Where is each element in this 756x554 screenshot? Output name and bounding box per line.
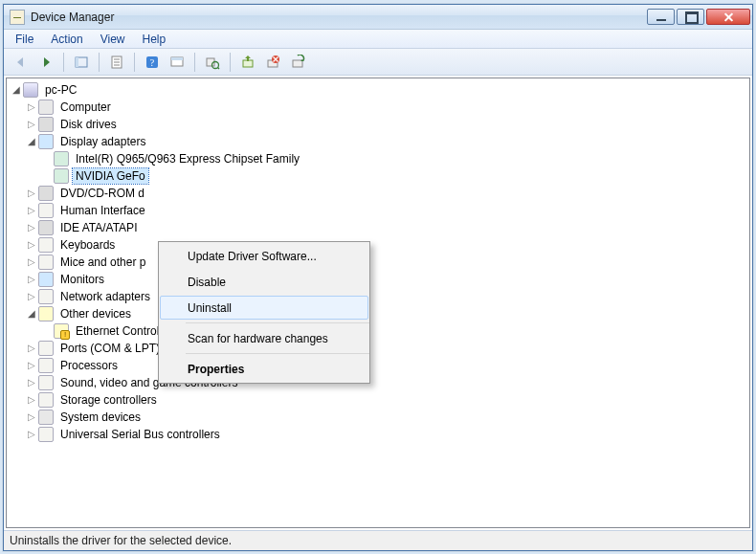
tree-node-ports[interactable]: Ports (COM & LPT) [11,340,749,357]
expand-icon[interactable] [26,292,37,301]
window-controls [647,9,750,25]
toolbar-forward-button[interactable] [34,52,57,73]
maximize-button[interactable] [677,9,704,25]
expand-icon[interactable] [26,275,37,284]
ports-icon [38,341,54,356]
expand-icon[interactable] [26,395,37,405]
expand-icon[interactable] [26,206,37,215]
tree-node-ide[interactable]: IDE ATA/ATAPI [11,219,749,236]
expand-icon[interactable] [26,361,37,370]
tree-node-label: Network adapters [57,289,153,304]
tree-node-display-adapters[interactable]: Display adapters [11,133,749,150]
tree-node-label: Storage controllers [57,392,160,408]
dvd-icon [38,186,54,201]
toolbar-back-button[interactable] [10,52,33,73]
tree-node-hid[interactable]: Human Interface [11,202,749,219]
context-menu: Update Driver Software... Disable Uninst… [158,241,370,384]
expand-icon[interactable] [26,309,37,319]
svg-rect-18 [293,60,302,67]
tree-node-label: Other devices [57,306,134,321]
usb-icon [38,427,54,442]
menu-file[interactable]: File [8,31,41,48]
expand-icon[interactable] [26,137,37,146]
hid-icon [38,203,54,218]
expand-icon[interactable] [26,223,37,233]
computer-icon [38,100,54,115]
window-title: Device Manager [31,11,641,24]
expand-icon[interactable] [26,102,37,112]
disk-icon [38,117,54,132]
context-label: Update Driver Software... [188,250,317,263]
sound-icon [38,375,54,390]
toolbar-console-button[interactable] [166,52,189,73]
toolbar-separator [99,53,100,72]
toolbar-update-driver-button[interactable] [236,52,259,73]
expand-icon[interactable] [11,85,22,95]
tree-node-disk-drives[interactable]: Disk drives [11,116,749,133]
network-icon [38,289,54,304]
menu-view[interactable]: View [93,31,133,48]
expand-icon[interactable] [26,120,37,129]
menu-action[interactable]: Action [43,31,90,48]
context-scan[interactable]: Scan for hardware changes [161,326,367,350]
storage-icon [38,392,54,408]
monitor-icon [38,272,54,287]
expand-icon[interactable] [26,412,37,422]
expand-icon[interactable] [26,430,37,439]
tree-node-usb[interactable]: Universal Serial Bus controllers [11,426,749,443]
close-button[interactable] [706,9,750,25]
tree-node-mice[interactable]: Mice and other p [11,254,749,271]
expand-icon[interactable] [26,257,37,267]
keyboard-icon [38,237,54,253]
device-manager-window: Device Manager File Action View Help ? [3,4,753,551]
tree-node-nvidia-adapter[interactable]: NVIDIA GeFo [11,167,749,185]
toolbar-separator [194,53,195,72]
expand-icon[interactable] [26,240,37,250]
toolbar-uninstall-button[interactable] [261,52,284,73]
expand-icon[interactable] [26,378,37,388]
tree-node-storage[interactable]: Storage controllers [11,391,749,409]
tree-node-system-devices[interactable]: System devices [11,409,749,426]
tree-node-processors[interactable]: Processors [11,357,749,374]
tree-node-label: System devices [57,410,144,425]
tree-node-label: Computer [57,100,114,115]
toolbar-disable-button[interactable] [286,52,309,73]
context-uninstall[interactable]: Uninstall [160,296,368,320]
tree-node-dvd[interactable]: DVD/CD-ROM d [11,185,749,202]
tree-node-label: Disk drives [57,117,120,132]
tree-node-keyboards[interactable]: Keyboards [11,236,749,254]
toolbar-help-button[interactable]: ? [141,52,164,73]
toolbar-scan-button[interactable] [201,52,224,73]
toolbar-separator [134,53,135,72]
tree-node-network[interactable]: Network adapters [11,288,749,305]
menubar: File Action View Help [4,30,752,49]
tree-node-label: Display adapters [57,134,148,149]
tree-node-computer[interactable]: Computer [11,99,749,116]
unknown-device-icon [54,323,69,339]
svg-rect-9 [171,57,183,60]
tree-node-other-devices[interactable]: Other devices [11,305,749,322]
titlebar[interactable]: Device Manager [4,5,752,30]
expand-icon[interactable] [26,188,37,198]
tree-node-label: pc-PC [42,82,79,98]
toolbar-separator [230,53,231,72]
device-tree[interactable]: pc-PC Computer Disk drives Display adapt… [6,78,750,528]
tree-node-ethernet-controller[interactable]: Ethernet Controller [11,322,749,340]
minimize-button[interactable] [647,9,675,25]
context-properties[interactable]: Properties [161,357,367,381]
toolbar-show-hide-button[interactable] [70,52,93,73]
ide-icon [38,220,54,235]
display-icon [38,134,54,149]
tree-node-sound[interactable]: Sound, video and game controllers [11,374,749,391]
context-update-driver[interactable]: Update Driver Software... [161,244,367,268]
menu-help[interactable]: Help [135,31,174,48]
expand-icon[interactable] [26,343,37,353]
tree-node-monitors[interactable]: Monitors [11,271,749,288]
tree-node-label: Keyboards [57,237,118,253]
context-disable[interactable]: Disable [161,270,367,294]
context-label: Properties [188,363,244,376]
tree-node-intel-adapter[interactable]: Intel(R) Q965/Q963 Express Chipset Famil… [11,150,749,167]
toolbar-properties-button[interactable] [105,52,128,73]
statusbar: Uninstalls the driver for the selected d… [4,530,752,550]
tree-root[interactable]: pc-PC [11,81,749,99]
